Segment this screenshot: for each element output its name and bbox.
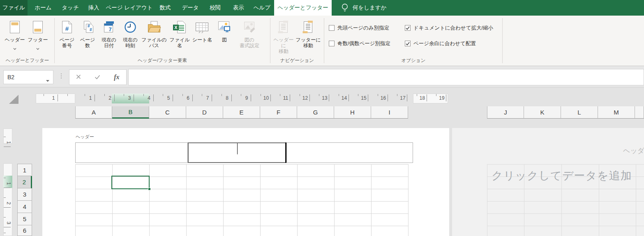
grid-line-v — [297, 164, 298, 236]
ruler-tick — [378, 94, 378, 96]
grid-line-v — [260, 164, 261, 236]
tab-formulas[interactable]: 数式 — [153, 0, 178, 16]
label-line: 移動 — [295, 43, 321, 48]
page-1[interactable] — [42, 128, 449, 236]
column-header-J[interactable]: J — [487, 106, 524, 119]
ruler-tick — [4, 188, 11, 188]
grid-line-h — [487, 213, 644, 214]
column-header-I[interactable]: I — [371, 106, 408, 119]
svg-text:#: # — [90, 27, 92, 32]
checkbox-label: 奇数/偶数ページ別指定 — [337, 40, 390, 47]
insert-function-icon[interactable]: fx — [114, 73, 119, 81]
tab-header-footer[interactable]: ヘッダーとフッター — [274, 0, 332, 16]
header-center-section-active[interactable] — [188, 142, 286, 163]
column-header-F[interactable]: F — [260, 106, 297, 119]
grid-line-h — [75, 176, 408, 177]
row-header-5[interactable]: 5 — [17, 213, 32, 225]
column-header-partial[interactable] — [635, 106, 644, 119]
ruler-tick — [397, 94, 397, 96]
ruler-number: 15 — [355, 95, 372, 101]
label-line: 書式設定 — [235, 43, 263, 48]
selected-cell-B2[interactable] — [111, 176, 150, 189]
checked-checkbox-icon[interactable] — [405, 41, 411, 46]
fill-handle[interactable] — [148, 188, 151, 190]
row-header-4[interactable]: 4 — [17, 201, 32, 213]
label-line: シート名 — [192, 37, 213, 43]
click-to-add-data-placeholder[interactable]: クリックしてデータを追加 — [492, 168, 632, 183]
enter-icon[interactable] — [95, 73, 100, 81]
row-header-3[interactable]: 3 — [17, 188, 32, 201]
ruler-tick — [95, 94, 95, 101]
ruler-tick — [241, 94, 241, 96]
formula-input[interactable] — [128, 69, 644, 85]
name-box-dropdown-icon[interactable] — [46, 77, 49, 83]
tab-page-layout[interactable]: ページ レイアウト — [106, 0, 153, 16]
unchecked-checkbox-icon[interactable] — [329, 41, 335, 46]
column-header-M[interactable]: M — [598, 106, 635, 119]
ribbon-tab-bar: ファイルホームタッチ挿入ページ レイアウト数式データ校閲表示ヘルプヘッダーとフッ… — [0, 0, 644, 16]
column-header-K[interactable]: K — [524, 106, 561, 119]
cancel-icon[interactable] — [76, 73, 81, 81]
ruler-right-margin-segment — [413, 94, 448, 103]
picture-button-label: 図 — [214, 37, 235, 43]
ruler-number: 18 — [414, 95, 431, 101]
ruler-tick — [192, 94, 193, 101]
option-checkbox-4[interactable]: ページ余白に合わせて配置 — [405, 40, 476, 47]
checked-checkbox-icon[interactable] — [405, 25, 411, 31]
ruler-tick — [309, 94, 310, 101]
ruler-tick — [67, 94, 68, 96]
label-line: フッター — [26, 37, 49, 43]
tab-insert[interactable]: 挿入 — [82, 0, 106, 16]
unchecked-checkbox-icon[interactable] — [329, 25, 335, 31]
tab-home[interactable]: ホーム — [28, 0, 59, 16]
header-right-section[interactable] — [286, 142, 413, 163]
row-header-1[interactable]: 1 — [17, 164, 32, 176]
group-separator — [502, 18, 503, 63]
page2-header-caption: ヘッダー — [623, 146, 644, 156]
tab-review[interactable]: 校閲 — [203, 0, 227, 16]
chevron-down-icon — [3, 44, 26, 52]
ruler-number: 1 — [82, 95, 99, 101]
tell-me-box[interactable]: 何をしますか — [341, 0, 387, 16]
page-2-preview[interactable] — [452, 128, 644, 236]
option-checkbox-2[interactable]: 奇数/偶数ページ別指定 — [329, 40, 390, 47]
ruler-number: 5 — [160, 95, 177, 101]
sheet-name-icon — [192, 18, 213, 34]
tab-file[interactable]: ファイル — [0, 0, 28, 16]
tab-touch[interactable]: タッチ — [59, 0, 82, 16]
svg-text:X: X — [174, 25, 178, 30]
column-header-A[interactable]: A — [75, 106, 112, 119]
ruler-tick — [270, 94, 271, 101]
file-name-button-label: ファイル名 — [167, 37, 192, 48]
picture-icon — [214, 18, 235, 34]
column-header-E[interactable]: E — [223, 106, 260, 119]
column-header-H[interactable]: H — [334, 106, 371, 119]
tab-help[interactable]: ヘルプ — [250, 0, 274, 16]
page-number-icon: # — [57, 18, 77, 34]
footer-button-label: フッター — [26, 37, 49, 43]
tab-view[interactable]: 表示 — [227, 0, 250, 16]
option-checkbox-3[interactable]: ドキュメントに合わせて拡大/縮小 — [405, 25, 493, 31]
row-header-2[interactable]: 2 — [17, 176, 32, 188]
name-box[interactable]: B2 — [3, 70, 53, 84]
option-checkbox-1[interactable]: 先頭ページのみ別指定 — [329, 25, 389, 31]
column-header-D[interactable]: D — [186, 106, 223, 119]
go-to-header-icon — [272, 18, 295, 34]
header-left-section[interactable] — [75, 142, 188, 163]
grid-line-v — [112, 164, 113, 236]
grid-line-v — [186, 164, 187, 236]
label-line: ページ — [57, 37, 77, 43]
column-header-L[interactable]: L — [561, 106, 598, 119]
excel-window: ファイルホームタッチ挿入ページ レイアウト数式データ校閲表示ヘルプヘッダーとフッ… — [0, 0, 644, 236]
column-header-G[interactable]: G — [297, 106, 334, 119]
grid-line-h — [487, 176, 644, 177]
row-header-6[interactable]: 6 — [17, 225, 32, 236]
ruler-number: 1 — [45, 95, 62, 101]
ruler-tick — [446, 94, 446, 101]
ruler-tick — [329, 94, 329, 101]
column-header-C[interactable]: C — [149, 106, 186, 119]
group-label: オプション — [324, 57, 503, 64]
grid-line-h — [487, 226, 644, 226]
column-header-B[interactable]: B — [112, 106, 149, 119]
tab-data[interactable]: データ — [178, 0, 203, 16]
